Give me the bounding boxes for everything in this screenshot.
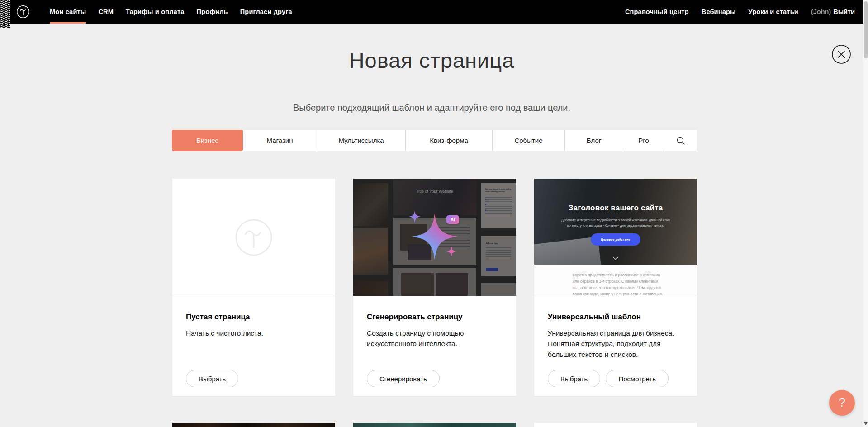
scrollbar-thumb[interactable] (864, 1, 868, 58)
chevron-down-icon (612, 254, 619, 262)
tilda-logo[interactable] (16, 5, 30, 19)
choose-button[interactable]: Выбрать (186, 370, 238, 387)
card-universal-template: Заголовок вашего сайта Добавьте интересн… (534, 179, 697, 396)
page-title: Новая страница (0, 48, 863, 73)
nav-lessons[interactable]: Уроки и статьи (749, 8, 798, 15)
card-actions: Выбрать Посмотреть (548, 370, 669, 387)
nav-my-sites-label: Мои сайты (50, 8, 86, 15)
template-hero-preview: Заголовок вашего сайта Добавьте интересн… (534, 179, 697, 265)
nav-invite-friend-label: Пригласи друга (240, 8, 292, 15)
tab-business-label: Бизнес (196, 137, 218, 144)
card-blank-page: Пустая страница Начать с чистого листа. … (172, 179, 335, 396)
view-button[interactable]: Посмотреть (606, 370, 669, 387)
tab-search[interactable] (664, 130, 697, 151)
preview-heading: Заголовок вашего сайта (534, 204, 697, 213)
zigzag-pattern-decoration (0, 0, 10, 28)
preview-subtext: Добавьте интересные подробности о вашей … (559, 218, 672, 228)
card-ai-generate: Title of Your Website Get your house in … (353, 179, 516, 396)
card-partial[interactable] (353, 423, 516, 427)
tab-blog-label: Блог (587, 137, 601, 144)
nav-crm[interactable]: CRM (98, 0, 114, 24)
tab-store-label: Магазин (267, 137, 293, 144)
card-blank-page-preview[interactable] (172, 179, 335, 296)
card-title: Пустая страница (186, 313, 322, 322)
tab-quiz-form[interactable]: Квиз-форма (406, 130, 493, 151)
card-ai-generate-body: Сгенерировать страницу Создать страницу … (353, 296, 516, 395)
new-page-modal: Мои сайты CRM Тарифы и оплата Профиль Пр… (0, 0, 868, 427)
logout-label: Выйти (833, 8, 855, 15)
tab-business[interactable]: Бизнес (172, 130, 243, 151)
nav-invite-friend[interactable]: Пригласи друга (240, 0, 292, 24)
help-button[interactable]: ? (829, 390, 855, 416)
card-universal-template-body: Универсальный шаблон Универсальная стран… (534, 296, 697, 395)
tab-store[interactable]: Магазин (243, 130, 317, 151)
user-name: (John) (811, 8, 831, 15)
tab-quiz-form-label: Квиз-форма (430, 137, 468, 144)
secondary-menu: Справочный центр Вебинары Уроки и статьи… (625, 0, 855, 24)
card-description: Создать страницу с помощью искусственног… (367, 328, 503, 349)
tab-event[interactable]: Событие (493, 130, 565, 151)
nav-profile[interactable]: Профиль (196, 0, 228, 24)
card-description: Начать с чистого листа. (186, 328, 322, 338)
template-text-section: Коротко представьтесь и расскажите о ком… (534, 265, 697, 296)
nav-lessons-label: Уроки и статьи (749, 8, 798, 15)
nav-my-sites[interactable]: Мои сайты (50, 0, 86, 24)
nav-tariffs[interactable]: Тарифы и оплата (126, 0, 184, 24)
template-cards-grid-row2 (172, 423, 697, 427)
close-button[interactable] (831, 44, 851, 64)
template-category-tabs: Бизнес Магазин Мультиссылка Квиз-форма С… (172, 130, 697, 151)
tab-multilink-label: Мультиссылка (338, 137, 384, 144)
logout-link[interactable]: (John) Выйти (811, 8, 855, 15)
card-title: Сгенерировать страницу (367, 313, 503, 322)
card-partial[interactable] (534, 423, 697, 427)
top-navigation-bar: Мои сайты CRM Тарифы и оплата Профиль Пр… (0, 0, 868, 24)
choose-button[interactable]: Выбрать (548, 370, 600, 387)
card-actions: Сгенерировать (367, 370, 440, 387)
ai-badge: AI (446, 215, 459, 224)
page-subtitle: Выберите подходящий шаблон и адаптируйте… (0, 103, 863, 113)
search-icon (676, 136, 685, 145)
nav-crm-label: CRM (98, 8, 114, 15)
preview-body-text: Коротко представьтесь и расскажите о ком… (573, 272, 663, 296)
preview-cta-button: Целевое действие (591, 233, 640, 246)
nav-help-center[interactable]: Справочный центр (625, 8, 689, 15)
scrollbar (863, 0, 868, 427)
card-actions: Выбрать (186, 370, 238, 387)
tilda-watermark-icon (234, 218, 274, 257)
tab-event-label: Событие (514, 137, 542, 144)
close-icon (838, 51, 844, 57)
tab-pro-label: Pro (638, 137, 649, 144)
nav-webinars-label: Вебинары (702, 8, 736, 15)
ai-preview-mosaic: Title of Your Website Get your house in … (353, 179, 516, 296)
generate-button[interactable]: Сгенерировать (367, 370, 440, 387)
nav-webinars[interactable]: Вебинары (702, 8, 736, 15)
nav-tariffs-label: Тарифы и оплата (126, 8, 184, 15)
card-partial[interactable] (172, 423, 335, 427)
card-title: Универсальный шаблон (548, 313, 683, 322)
question-mark-icon: ? (839, 396, 845, 410)
tab-multilink[interactable]: Мультиссылка (317, 130, 406, 151)
card-description: Универсальная страница для бизнеса. Поня… (548, 328, 683, 360)
nav-help-center-label: Справочный центр (625, 8, 689, 15)
main-menu: Мои сайты CRM Тарифы и оплата Профиль Пр… (50, 0, 292, 24)
ai-sparkle-icon (401, 203, 469, 270)
tab-blog[interactable]: Блог (565, 130, 623, 151)
template-cards-grid: Пустая страница Начать с чистого листа. … (172, 179, 697, 396)
card-blank-page-body: Пустая страница Начать с чистого листа. … (172, 296, 335, 395)
scrollbar-down-arrow[interactable] (864, 422, 868, 426)
card-universal-template-preview[interactable]: Заголовок вашего сайта Добавьте интересн… (534, 179, 697, 296)
card-ai-generate-preview[interactable]: Title of Your Website Get your house in … (353, 179, 516, 296)
tab-pro[interactable]: Pro (623, 130, 664, 151)
nav-profile-label: Профиль (196, 8, 228, 15)
